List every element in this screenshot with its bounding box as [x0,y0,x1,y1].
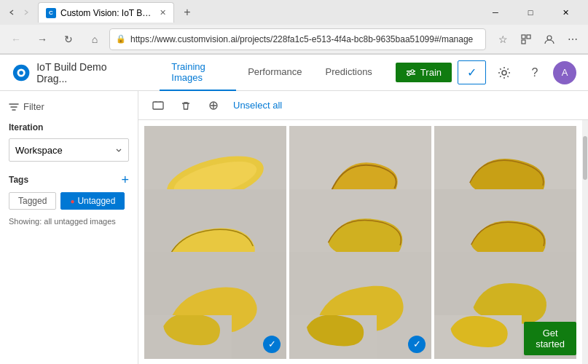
train-label: Train [420,67,442,78]
move-icon [208,100,219,111]
iteration-dropdown[interactable]: Workspace [9,138,129,162]
unselect-all-button[interactable]: Unselect all [233,100,282,111]
checkmark-button[interactable]: ✓ [458,60,486,84]
refresh-button[interactable]: ↻ [57,28,80,51]
svg-point-3 [547,36,552,40]
header-actions: Train ✓ ? A [396,60,576,85]
tags-label: Tags [9,175,28,185]
help-button[interactable]: ? [522,60,547,85]
tag-images-btn[interactable] [147,95,169,116]
checkmark-icon: ✓ [467,66,477,79]
app-logo: IoT Build Demo Drag... [12,61,133,84]
nav-bar: ← → ↻ ⌂ 🔒 https://www.customvision.ai/pr… [0,25,588,54]
profile-btn[interactable] [538,28,560,50]
tagged-button[interactable]: Tagged [9,192,56,210]
svg-rect-1 [527,35,530,39]
app-header: IoT Build Demo Drag... Training Images P… [0,55,588,91]
settings-btn[interactable]: ⋯ [562,28,584,50]
lock-icon: 🔒 [116,34,126,44]
filter-button[interactable]: Filter [9,101,129,112]
tab-bar: C Custom Vision: IoT Buil... ✕ + ─ □ ✕ [0,0,588,25]
gear-icon [498,66,511,79]
gear-button[interactable] [492,60,517,85]
logo-icon [12,63,31,83]
address-bar[interactable]: 🔒 https://www.customvision.ai/projects/2… [109,28,486,50]
image-grid: ✓ ✓ [138,120,582,364]
favorites-btn[interactable]: ☆ [492,28,514,50]
forward-button[interactable]: → [31,28,54,51]
tags-section: Tags + Tagged ● Untagged Showing: all un… [9,173,129,226]
showing-text: Showing: all untagged images [9,217,129,226]
home-button[interactable]: ⌂ [83,28,106,51]
scrollbar[interactable] [582,120,588,364]
untagged-button[interactable]: ● Untagged [60,192,125,210]
iteration-label: Iteration [9,122,129,132]
svg-point-11 [502,71,506,75]
move-btn[interactable] [203,95,224,116]
image-cell[interactable] [144,315,232,359]
back-button[interactable]: ← [4,28,28,51]
collections-btn[interactable] [515,28,537,50]
nav-predictions[interactable]: Predictions [314,55,384,91]
svg-point-10 [407,72,410,75]
tag-icon [152,99,165,112]
new-tab-button[interactable]: + [177,2,197,23]
trash-icon [180,100,192,111]
untagged-label: Untagged [77,196,115,206]
nav-icons: ☆ ⋯ [492,28,584,50]
nav-training-images[interactable]: Training Images [160,55,236,91]
nav-performance[interactable]: Performance [236,55,313,91]
tab-close-btn[interactable]: ✕ [160,8,166,17]
filter-icon [9,102,19,112]
untagged-dot: ● [70,197,74,205]
sidebar: Filter Iteration Workspace Tags + Tagged… [0,91,138,364]
workspace-value: Workspace [15,145,63,156]
tab-favicon: C [46,8,56,18]
window-controls: ─ □ ✕ [479,0,582,25]
url-text: https://www.customvision.ai/projects/228… [130,34,479,44]
add-tag-button[interactable]: + [121,173,129,186]
minimize-btn[interactable]: ─ [479,0,512,25]
tag-buttons: Tagged ● Untagged [9,192,129,210]
avatar[interactable]: A [553,61,576,84]
svg-rect-12 [153,102,163,109]
browser-forward-btn[interactable] [20,7,32,18]
svg-rect-2 [522,40,525,44]
filter-label: Filter [23,101,44,112]
get-started-container: Get started [565,347,588,364]
browser-back-btn[interactable] [6,7,17,18]
svg-rect-0 [522,35,525,39]
settings-sliders-icon [406,68,416,78]
image-cell[interactable] [434,315,522,359]
close-btn[interactable]: ✕ [549,0,582,25]
get-started-button[interactable]: Get started [524,322,576,355]
tab-title: Custom Vision: IoT Buil... [60,8,155,18]
image-cell[interactable] [289,315,377,359]
header-nav: Training Images Performance Predictions [160,55,384,91]
main-content: Unselect all [138,91,588,364]
delete-btn[interactable] [175,95,197,116]
check-overlay: ✓ [263,336,281,353]
svg-point-9 [411,69,414,72]
check-overlay: ✓ [408,336,426,353]
browser-tab[interactable]: C Custom Vision: IoT Buil... ✕ [38,2,174,23]
image-toolbar: Unselect all [138,91,588,120]
app-title: IoT Build Demo Drag... [36,61,133,84]
scrollbar-thumb[interactable] [583,136,587,180]
restore-btn[interactable]: □ [514,0,547,25]
chevron-down-icon [115,146,122,154]
train-button[interactable]: Train [396,63,452,82]
svg-point-6 [19,71,23,75]
